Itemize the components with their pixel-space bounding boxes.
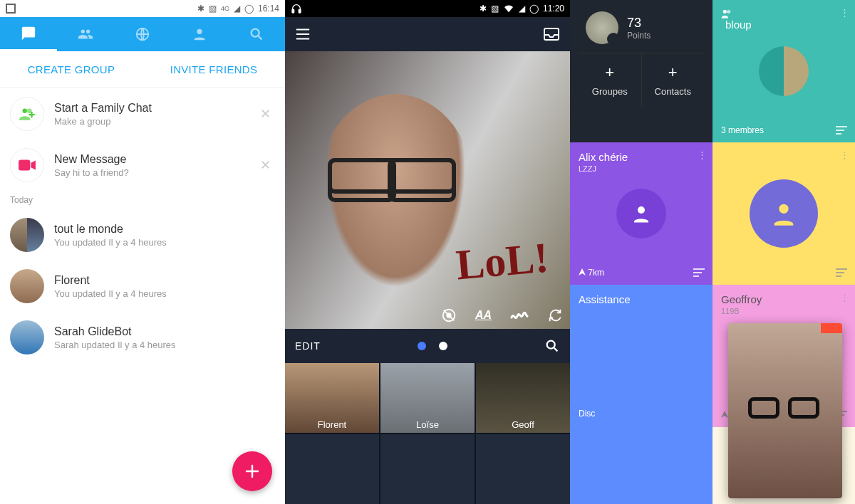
- create-group-button[interactable]: CREATE GROUP: [0, 63, 142, 75]
- more-icon[interactable]: ⋮: [698, 149, 707, 160]
- more-icon[interactable]: ⋮: [840, 7, 849, 18]
- header-buttons: + Groupes + Contacts: [579, 53, 704, 107]
- loading-icon: ◯: [529, 4, 539, 14]
- no-flash-icon[interactable]: [441, 308, 457, 323]
- chat-item[interactable]: Sarah GlideBot Sarah updated Il y a 4 he…: [0, 312, 285, 363]
- contact-tile-empty[interactable]: [285, 434, 379, 504]
- section-header: Today: [0, 191, 285, 209]
- invite-friends-button[interactable]: INVITE FRIENDS: [142, 63, 285, 75]
- list-item[interactable]: Start a Family Chat Make a group ✕: [0, 88, 285, 140]
- clock: 11:20: [543, 4, 564, 14]
- chat-title: Sarah GlideBot: [54, 325, 275, 338]
- tab-profile[interactable]: [171, 17, 228, 51]
- draw-tool-icon[interactable]: [510, 309, 529, 322]
- contact-tile-empty[interactable]: [380, 434, 475, 504]
- svg-point-3: [252, 29, 259, 37]
- action-bar: CREATE GROUP INVITE FRIENDS: [0, 51, 285, 88]
- list-icon[interactable]: [693, 268, 705, 278]
- page-dot[interactable]: [439, 342, 447, 350]
- bluetooth-icon: ✱: [480, 4, 487, 14]
- tile-title: bloup: [725, 19, 752, 31]
- network-label: 4G: [221, 5, 229, 12]
- plus-icon: +: [642, 63, 705, 82]
- svg-point-4: [23, 108, 28, 113]
- contact-tile[interactable]: Loïse: [380, 363, 475, 433]
- edit-button[interactable]: EDIT: [295, 340, 321, 352]
- dismiss-button[interactable]: ✕: [256, 153, 275, 177]
- menu-icon[interactable]: [295, 28, 311, 41]
- contact-tile-blank[interactable]: ⋮: [712, 142, 855, 285]
- tab-chats[interactable]: [0, 17, 57, 51]
- edit-bar: EDIT: [285, 329, 570, 363]
- points-block: 73 Points: [627, 16, 651, 41]
- list-item-title: New Message: [54, 153, 246, 166]
- text-tool-button[interactable]: AA: [475, 309, 492, 322]
- tile-code: LZZJ: [579, 164, 704, 173]
- dismiss-button[interactable]: ✕: [256, 102, 275, 126]
- distance-label: 7km: [579, 268, 604, 278]
- list-item-info: Start a Family Chat Make a group: [54, 102, 246, 127]
- gear-icon[interactable]: ✿: [608, 33, 619, 45]
- group-tile-bloup[interactable]: bloup ⋮ 3 membres: [712, 0, 855, 142]
- contact-tile-alix[interactable]: Alix chérie LZZJ ⋮ 7km: [570, 142, 712, 285]
- chat-item[interactable]: Florent You updated Il y a 4 heures: [0, 261, 285, 312]
- draw-toolbar: AA: [441, 308, 563, 323]
- button-label: Groupes: [592, 86, 628, 97]
- video-icon: [10, 148, 44, 182]
- tab-friends[interactable]: [57, 17, 114, 51]
- compose-fab[interactable]: [232, 451, 272, 491]
- glasses-placeholder: [748, 397, 819, 419]
- svg-rect-7: [292, 9, 294, 13]
- chat-info: Sarah GlideBot Sarah updated Il y a 4 he…: [54, 325, 275, 350]
- distance-value: 7km: [588, 268, 604, 278]
- signal-icon: ◢: [234, 4, 240, 14]
- panel-camera: ✱ ▧ ◢ ◯ 11:20 LoL! AA: [285, 0, 570, 504]
- list-item[interactable]: New Message Say hi to a friend? ✕: [0, 140, 285, 191]
- assistance-tile[interactable]: Assistance Disc: [570, 285, 712, 504]
- clock: 16:14: [258, 4, 279, 14]
- annotation-text: LoL!: [454, 233, 551, 290]
- svg-point-12: [547, 341, 555, 349]
- add-group-button[interactable]: + Groupes: [579, 53, 641, 107]
- person-icon: [616, 189, 666, 238]
- status-bar: ✱ ▧ ◢ ◯ 11:20: [285, 0, 570, 17]
- list-icon[interactable]: [835, 268, 848, 278]
- list-icon[interactable]: [835, 125, 848, 135]
- search-icon[interactable]: [544, 338, 560, 354]
- tab-discover[interactable]: [114, 17, 171, 51]
- more-icon[interactable]: ⋮: [840, 149, 849, 160]
- contact-tile[interactable]: Geoff: [476, 363, 570, 433]
- chat-info: tout le monde You updated Il y a 4 heure…: [54, 223, 275, 248]
- switch-camera-icon[interactable]: [547, 308, 563, 323]
- list-item-sub: Make a group: [54, 116, 246, 127]
- chat-item[interactable]: tout le monde You updated Il y a 4 heure…: [0, 209, 285, 261]
- tab-search[interactable]: [228, 17, 285, 51]
- contact-grid: Florent Loïse Geoff: [285, 363, 570, 504]
- nfc-icon: ▧: [209, 4, 217, 14]
- contact-tile[interactable]: Florent: [285, 363, 379, 433]
- group-icon: [721, 9, 846, 19]
- svg-point-14: [727, 10, 730, 14]
- tile-title: Assistance: [579, 293, 704, 305]
- selfie-card[interactable]: [728, 323, 842, 498]
- add-contact-button[interactable]: + Contacts: [641, 53, 705, 107]
- signal-icon: ◢: [519, 4, 525, 14]
- avatar[interactable]: ✿: [586, 11, 618, 44]
- camera-preview[interactable]: LoL! AA: [285, 51, 570, 329]
- page-dot-active[interactable]: [418, 342, 426, 350]
- person-icon: [750, 179, 818, 248]
- rec-indicator: [821, 323, 842, 333]
- svg-rect-0: [6, 4, 15, 13]
- panel-chats: ✱ ▧ 4G ◢ ◯ 16:14 CREATE GROUP INVITE FRI…: [0, 0, 285, 504]
- chat-sub: You updated Il y a 4 heures: [54, 237, 275, 248]
- avatar: [10, 218, 44, 252]
- contact-tile-empty[interactable]: [476, 434, 570, 504]
- more-icon[interactable]: ⋮: [840, 292, 849, 303]
- avatar: [759, 46, 809, 96]
- svg-point-2: [197, 29, 202, 34]
- plus-icon: +: [579, 63, 641, 82]
- inbox-icon[interactable]: [543, 27, 560, 41]
- panel-tiles: ✿ 73 Points + Groupes + Contacts bloup ⋮…: [570, 0, 855, 504]
- loading-icon: ◯: [244, 4, 254, 14]
- bluetooth-icon: ✱: [197, 4, 204, 14]
